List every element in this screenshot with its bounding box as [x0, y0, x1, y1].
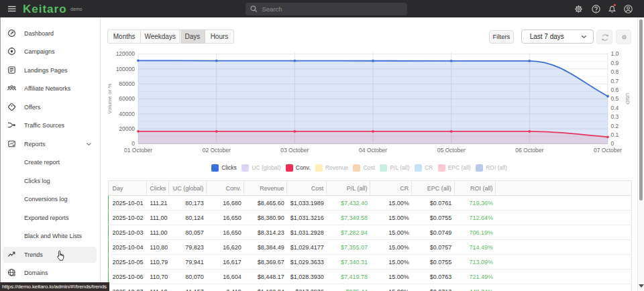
svg-text:20000: 20000	[119, 125, 135, 132]
svg-text:0.7: 0.7	[611, 78, 619, 84]
svg-text:USD: USD	[625, 93, 631, 105]
svg-text:0.3: 0.3	[611, 113, 619, 120]
svg-text:05 October: 05 October	[437, 147, 466, 154]
svg-text:0.6: 0.6	[611, 86, 619, 93]
svg-text:01 October: 01 October	[124, 147, 152, 154]
svg-text:06 October: 06 October	[515, 147, 543, 154]
svg-text:40000: 40000	[119, 111, 135, 117]
svg-text:02 October: 02 October	[203, 147, 231, 154]
svg-text:Volume or %: Volume or %	[107, 83, 113, 113]
svg-text:80000: 80000	[119, 80, 135, 87]
svg-text:0.8: 0.8	[611, 68, 619, 75]
svg-text:1.0: 1.0	[611, 50, 619, 57]
svg-text:120000: 120000	[116, 50, 136, 57]
svg-text:0.2: 0.2	[611, 123, 619, 129]
svg-text:0.4: 0.4	[611, 105, 619, 111]
svg-text:04 October: 04 October	[359, 147, 387, 154]
svg-text:03 October: 03 October	[280, 147, 309, 154]
svg-text:0.9: 0.9	[611, 60, 619, 66]
svg-text:0.1: 0.1	[611, 131, 619, 138]
svg-text:07 October: 07 October	[594, 147, 622, 154]
svg-text:60000: 60000	[119, 95, 135, 102]
svg-text:0.5: 0.5	[611, 95, 619, 102]
svg-text:100000: 100000	[116, 66, 136, 72]
